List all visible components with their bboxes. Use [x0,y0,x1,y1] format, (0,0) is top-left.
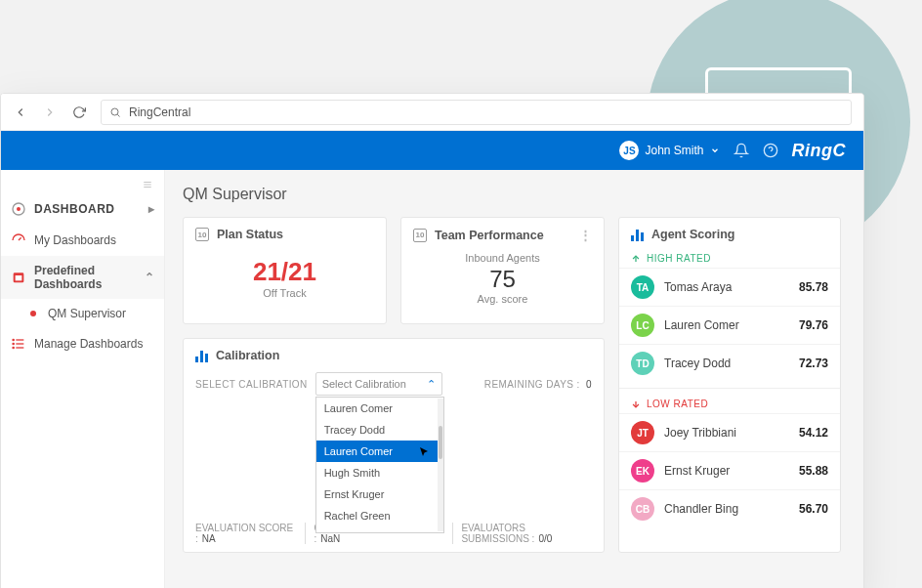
gauge-icon [11,232,26,248]
scrollbar[interactable] [438,399,443,531]
agent-row[interactable]: CBChandler Bing56.70 [619,489,840,527]
sidebar-label: QM Supervisor [48,307,126,320]
main-content: QM Supervisor 10 Plan Status 21/21 [165,170,863,588]
calibration-select[interactable]: Select Calibration ⌃ Lauren ComerTracey … [315,372,442,396]
chevron-up-icon: ⌃ [427,378,436,391]
sidebar-item-manage-dashboards[interactable]: Manage Dashboards [1,328,164,359]
user-name: John Smith [645,144,703,157]
agent-score: 85.78 [799,280,828,294]
dropdown-option[interactable]: Lauren Comer [316,398,443,419]
team-perf-subtop: Inbound Agents [465,252,539,264]
agent-score: 72.73 [799,357,828,370]
card-title: Plan Status [217,228,283,241]
agent-score: 54.12 [799,426,828,440]
chevron-down-icon [710,146,720,155]
svg-line-6 [117,114,119,116]
agent-score: 55.88 [799,464,828,478]
agent-row[interactable]: TATomas Araya85.78 [619,268,840,306]
avatar: CB [631,497,654,521]
arrow-up-icon [631,254,641,264]
svg-point-5 [111,108,118,115]
sidebar-item-dashboard[interactable]: DASHBOARD ▸ [1,193,164,225]
arrow-down-icon [631,399,641,409]
subs-value: 0/0 [538,533,552,544]
dropdown-option[interactable]: Ernst Kruger [316,526,443,533]
ten-icon: 10 [195,228,209,241]
card-agent-scoring: Agent Scoring HIGH RATED TATomas Araya85… [618,217,841,553]
sidebar-label: Manage Dashboards [34,337,143,351]
app-topbar: JS John Smith RingC [1,131,863,170]
card-team-performance: 10 Team Performance ⋮ Inbound Agents 75 … [400,217,605,324]
dropdown-option[interactable]: Lauren Comer [316,441,443,462]
sidebar-item-my-dashboards[interactable]: My Dashboards [1,225,164,256]
user-avatar: JS [619,141,639,160]
bars-icon [195,349,208,362]
plan-status-sub: Off Track [263,287,306,299]
calibration-dropdown: Lauren ComerTracey DoddLauren ComerHugh … [315,397,444,533]
page-title: QM Supervisor [183,186,846,203]
plan-status-value: 21/21 [253,257,316,287]
browser-chrome: RingCentral [1,94,863,131]
select-calibration-label: SELECT CALIBRATION [195,379,308,390]
sidebar-label: Predefined Dashboards [34,264,137,291]
svg-point-20 [13,339,14,340]
high-rated-label: HIGH RATED [619,249,840,268]
list-icon [11,336,26,352]
address-bar[interactable]: RingCentral [101,100,852,125]
active-dot-icon [30,311,36,316]
refresh-button[interactable] [71,105,87,120]
remaining-days-label: REMAINING DAYS : [484,379,580,390]
agent-row[interactable]: EKErnst Kruger55.88 [619,451,840,489]
team-perf-subbottom: Avg. score [478,293,528,305]
svg-rect-16 [16,275,22,280]
search-icon [109,106,121,118]
bars-icon [631,228,644,241]
svg-line-14 [19,237,21,240]
subs-label: EVALUATORS SUBMISSIONS : [461,523,534,544]
card-menu-icon[interactable]: ⋮ [579,228,592,242]
dropdown-option[interactable]: Hugh Smith [316,462,443,483]
sidebar: DASHBOARD ▸ My Dashboards Predefined Das… [1,170,165,588]
ten-icon: 10 [413,229,427,242]
avatar: TA [631,275,654,299]
dropdown-option[interactable]: Tracey Dodd [316,419,443,441]
sidebar-label: My Dashboards [34,233,116,247]
dropdown-option[interactable]: Ernst Kruger [316,483,443,505]
card-title: Agent Scoring [651,228,734,241]
agent-score: 79.76 [799,318,828,332]
agent-score: 56.70 [799,502,828,516]
brand-logo: RingC [792,141,847,161]
remaining-days-value: 0 [586,379,592,390]
sidebar-item-qm-supervisor[interactable]: QM Supervisor [1,299,164,328]
avatar: TD [631,352,654,375]
dashboard-icon [11,201,26,217]
bell-icon[interactable] [733,143,749,158]
sidebar-label: DASHBOARD [34,202,115,216]
user-menu[interactable]: JS John Smith [619,141,719,160]
url-text: RingCentral [129,105,190,119]
agent-name: Tomas Araya [664,280,789,294]
agent-row[interactable]: JTJoey Tribbiani54.12 [619,413,840,451]
low-rated-label: LOW RATED [619,395,840,413]
card-plan-status: 10 Plan Status 21/21 Off Track [183,217,387,324]
agent-name: Tracey Dodd [664,357,789,370]
team-perf-value: 75 [489,266,516,293]
forward-button[interactable] [42,105,58,120]
dropdown-option[interactable]: Rachel Green [316,505,443,526]
back-button[interactable] [13,105,28,120]
eval-score-value: NA [202,533,216,544]
calendar-icon [11,270,26,285]
agent-row[interactable]: LCLauren Comer79.76 [619,306,840,344]
agent-name: Chandler Bing [664,502,789,516]
select-placeholder: Select Calibration [322,378,406,390]
card-title: Calibration [216,349,279,362]
agent-row[interactable]: TDTracey Dodd72.73 [619,344,840,382]
svg-point-22 [13,347,14,348]
svg-point-13 [17,207,21,211]
cal-avg-value: NaN [320,533,340,544]
help-icon[interactable] [763,143,778,158]
agent-name: Lauren Comer [664,318,789,332]
browser-window: RingCentral JS John Smith RingC DASHBOAR… [0,93,864,588]
sidebar-collapse-icon[interactable] [1,176,164,193]
sidebar-item-predefined-dashboards[interactable]: Predefined Dashboards ⌃ [1,256,164,299]
